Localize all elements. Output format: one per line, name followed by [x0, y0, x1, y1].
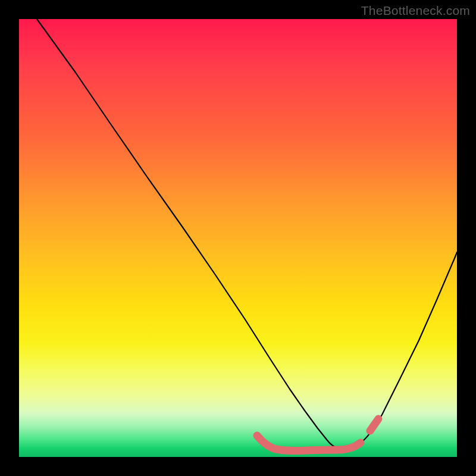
bottleneck-curve: [37, 19, 457, 449]
chart-frame: TheBottleneck.com: [0, 0, 476, 476]
flat-minimum-highlight: [257, 436, 361, 451]
watermark-text: TheBottleneck.com: [361, 4, 470, 18]
plot-area: [19, 19, 457, 457]
curve-layer: [19, 19, 457, 457]
highlight-right-dash: [370, 419, 378, 431]
